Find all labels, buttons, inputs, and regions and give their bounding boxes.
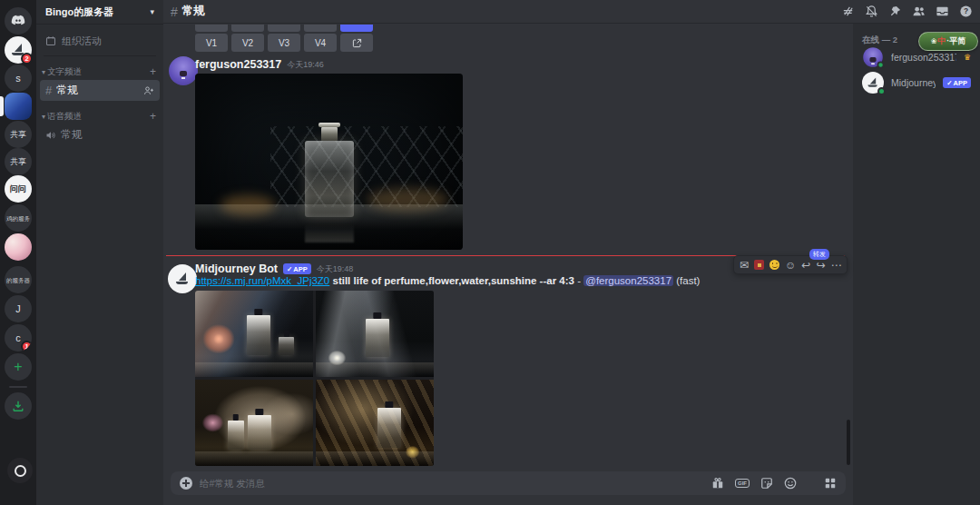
chat-scrollbar-thumb[interactable] [847, 420, 850, 465]
smile-reaction-icon[interactable] [769, 260, 779, 270]
image-floor [316, 451, 434, 466]
apps-icon[interactable] [824, 477, 837, 490]
speed-label: (fast) [676, 275, 700, 286]
perfume-image-attachment[interactable] [195, 74, 463, 250]
sticker-icon[interactable] [760, 477, 773, 490]
upscale-button-cropped[interactable] [231, 25, 264, 32]
grid-image-1[interactable] [195, 291, 313, 377]
category-arrow-icon: ▾ [42, 113, 45, 121]
reply-icon[interactable]: ↩ [801, 260, 810, 271]
notifications-muted-icon[interactable] [865, 5, 878, 18]
app-badge: ✓ APP [943, 77, 971, 88]
gif-picker-button[interactable]: GIF [735, 479, 750, 488]
grid-image-2[interactable] [316, 291, 434, 377]
message-input[interactable] [200, 478, 704, 489]
gift-icon[interactable] [711, 477, 724, 490]
midjourney-dm-avatar[interactable]: 2 [5, 36, 32, 64]
recording-indicator [7, 458, 33, 483]
member-avatar [862, 72, 884, 94]
svg-text:?: ? [964, 6, 968, 15]
upscale-button-cropped[interactable] [268, 25, 300, 32]
server-icon-defuwuqi[interactable]: 的服务器 [5, 266, 32, 293]
server-icon-s[interactable]: s [5, 64, 32, 92]
forward-icon[interactable]: ↪ [816, 260, 825, 271]
server-icon-c[interactable]: c 1 [5, 324, 32, 352]
help-icon[interactable]: ? [959, 5, 973, 18]
member-name: Midjourney Bot [891, 77, 936, 88]
member-name: ferguson253317 [891, 52, 956, 63]
add-reaction-icon[interactable]: ☺ [785, 260, 796, 271]
variation-button-v2[interactable]: V2 [231, 34, 264, 52]
server-icon-blue-selected[interactable] [5, 93, 32, 120]
add-voice-channel-button[interactable]: + [150, 110, 156, 123]
grid-image-3[interactable] [195, 380, 313, 466]
username-ferguson[interactable]: ferguson253317 [195, 58, 281, 71]
input-action-icons: GIF [711, 477, 837, 490]
upscale-button-row-cropped [195, 25, 373, 32]
sailboat-icon [867, 77, 879, 87]
grid-image-4[interactable] [316, 380, 434, 466]
voice-channels-category[interactable]: ▾ 语音频道 + [36, 110, 163, 123]
more-actions-icon[interactable]: ⋯ [830, 260, 841, 271]
events-entry[interactable]: 组织活动 [36, 32, 163, 50]
perfume-bottle [248, 415, 271, 450]
channel-header: # 常规 ? [163, 0, 980, 24]
upscale-button-cropped[interactable] [195, 25, 228, 32]
perfume-bottle [377, 408, 401, 448]
variation-button-v4[interactable]: V4 [304, 34, 337, 52]
message-content: https://s.mj.run/pMxk_JPj3Z0 still life … [195, 275, 700, 286]
reroll-button-cropped[interactable] [340, 25, 373, 32]
emoji-picker-icon[interactable] [784, 477, 797, 490]
bottle-reflection [305, 219, 354, 243]
sidebar-separator [44, 55, 156, 56]
member-list-icon[interactable] [912, 5, 926, 18]
member-row-midjourney-bot[interactable]: Midjourney Bot ✓ APP [857, 71, 976, 94]
red-envelope-reaction-icon[interactable] [754, 260, 764, 270]
avatar-midjourney-bot[interactable] [168, 264, 197, 293]
chevron-down-icon: ▾ [150, 7, 154, 16]
open-in-web-button[interactable] [340, 34, 373, 52]
upscale-button-cropped[interactable] [304, 25, 337, 32]
envelope-reaction-icon[interactable]: ✉ [740, 260, 749, 271]
channel-title: 常规 [182, 4, 205, 19]
pinned-messages-icon[interactable] [888, 5, 902, 18]
message-timestamp: 今天19:48 [317, 263, 354, 275]
avatar-ferguson[interactable] [169, 56, 198, 85]
server-icon-j[interactable]: J [5, 295, 32, 322]
server-icon-gongxiang-2[interactable]: 共享 [5, 148, 32, 175]
add-server-button[interactable]: + [5, 353, 32, 381]
mention-badge: 1 [21, 341, 32, 352]
server-header[interactable]: Bingo的服务器 ▾ [36, 0, 163, 25]
image-glow [367, 188, 448, 212]
flower-icon: ❀ [931, 37, 937, 45]
category-arrow-icon: ▾ [42, 68, 45, 76]
discord-home-button[interactable] [5, 7, 32, 35]
add-text-channel-button[interactable]: + [150, 65, 156, 78]
inbox-icon[interactable] [936, 5, 949, 18]
download-icon [12, 400, 24, 412]
server-icon-flower[interactable] [5, 233, 32, 261]
server-icon-gongxiang-1[interactable]: 共享 [5, 121, 32, 148]
unread-badge: 2 [21, 53, 33, 64]
invite-members-icon[interactable] [143, 85, 154, 96]
image-glow [220, 195, 275, 215]
midjourney-image-grid[interactable] [195, 291, 434, 466]
mj-job-link[interactable]: https://s.mj.run/pMxk_JPj3Z0 [195, 275, 329, 286]
attach-file-button[interactable] [180, 477, 192, 490]
variation-button-v1[interactable]: V1 [195, 34, 228, 52]
explore-servers-button[interactable] [5, 392, 32, 420]
server-icon-jidefuwu[interactable]: 鸡的服务 [5, 204, 32, 232]
channel-name: 常规 [56, 83, 78, 98]
channel-changgui-voice[interactable]: 常规 [40, 124, 160, 145]
username-midjourney-bot[interactable]: Midjourney Bot [195, 262, 278, 275]
server-icon-wenwen[interactable]: 问问 [5, 175, 32, 203]
header-actions: ? [841, 5, 973, 18]
variation-button-v3[interactable]: V3 [268, 34, 300, 52]
speaker-icon [45, 130, 56, 141]
voice-channel-name: 常规 [61, 127, 83, 143]
text-channels-category[interactable]: ▾ 文字频道 + [36, 65, 163, 78]
threads-icon[interactable] [841, 5, 855, 18]
member-avatar [863, 47, 883, 67]
channel-changgui-text[interactable]: # 常规 [40, 80, 160, 101]
user-mention[interactable]: @ferguson253317 [583, 275, 673, 286]
